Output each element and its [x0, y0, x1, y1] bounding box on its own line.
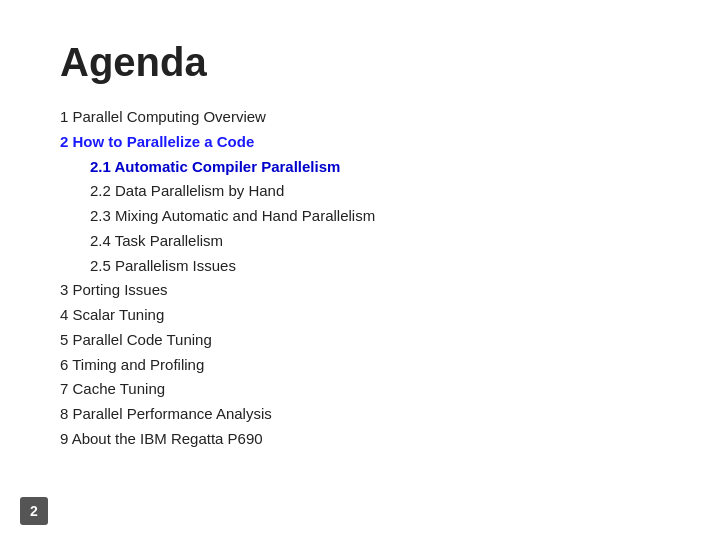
list-item: 1 Parallel Computing Overview [60, 105, 660, 130]
list-item-sub: 2.2 Data Parallelism by Hand [60, 179, 660, 204]
list-item: 2.2 Data Parallelism by Hand [90, 182, 284, 199]
list-item: 3 Porting Issues [60, 278, 660, 303]
list-item-sub: 2.3 Mixing Automatic and Hand Parallelis… [60, 204, 660, 229]
list-item: 2 How to Parallelize a Code [60, 130, 660, 155]
agenda-list: 1 Parallel Computing Overview 2 How to P… [60, 105, 660, 452]
slide-number: 2 [20, 497, 48, 525]
list-item: 2.3 Mixing Automatic and Hand Parallelis… [90, 207, 375, 224]
slide-title: Agenda [60, 40, 660, 85]
list-item-sub: 2.4 Task Parallelism [60, 229, 660, 254]
list-item: 6 Timing and Profiling [60, 353, 660, 378]
list-item: 5 Parallel Code Tuning [60, 328, 660, 353]
list-item: 4 Scalar Tuning [60, 303, 660, 328]
list-item-sub: 2.5 Parallelism Issues [60, 254, 660, 279]
list-item: 2.5 Parallelism Issues [90, 257, 236, 274]
list-item: 2.4 Task Parallelism [90, 232, 223, 249]
list-item-sub: 2.1 Automatic Compiler Parallelism [60, 155, 660, 180]
slide: Agenda 1 Parallel Computing Overview 2 H… [0, 0, 720, 540]
list-item: 9 About the IBM Regatta P690 [60, 427, 660, 452]
list-item: 8 Parallel Performance Analysis [60, 402, 660, 427]
list-item: 7 Cache Tuning [60, 377, 660, 402]
list-item: 2.1 Automatic Compiler Parallelism [90, 158, 340, 175]
